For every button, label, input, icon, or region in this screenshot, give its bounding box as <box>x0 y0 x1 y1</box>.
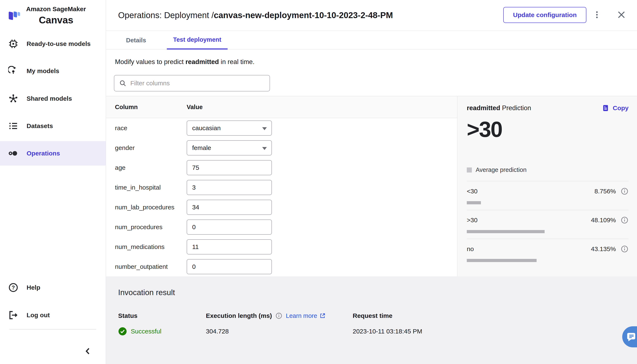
sidebar-item-label: Operations <box>27 150 60 157</box>
gender-select[interactable]: female <box>187 140 272 156</box>
sidebar-item-label: Ready-to-use models <box>27 40 91 48</box>
row-label: num_medications <box>115 237 164 257</box>
help-icon: ? <box>8 282 19 293</box>
copy-label: Copy <box>613 104 628 112</box>
collapse-sidebar-button[interactable] <box>81 344 95 358</box>
chevron-left-icon <box>83 346 93 356</box>
num-medications-input[interactable] <box>187 239 272 254</box>
learn-more-label: Learn more <box>286 312 317 319</box>
class-probability: 43.135% <box>591 246 616 252</box>
sidebar-divider <box>10 329 96 330</box>
row-label: num_procedures <box>115 217 162 237</box>
page-title: Operations: Deployment / canvas-new-depl… <box>118 0 393 30</box>
sidebar-item-label: Datasets <box>27 122 53 130</box>
filter-columns-input[interactable] <box>130 80 265 87</box>
kebab-menu-icon <box>593 10 601 19</box>
info-icon[interactable] <box>275 312 282 319</box>
race-select[interactable]: caucasian <box>187 120 272 136</box>
sidebar-item-my-models[interactable]: My models <box>0 64 106 78</box>
operations-circles-icon <box>8 148 19 158</box>
prediction-panel: readmitted Prediction Copy >30 Average p… <box>458 96 637 276</box>
sidebar-item-datasets[interactable]: Datasets <box>0 119 106 133</box>
probability-bar <box>467 230 545 233</box>
prediction-row: <30 8.756% <box>467 181 628 210</box>
copy-icon <box>602 104 609 112</box>
row-label: time_in_hospital <box>115 178 161 198</box>
number-outpatient-input[interactable] <box>187 259 272 274</box>
selected-value: female <box>192 144 211 152</box>
copy-button[interactable]: Copy <box>602 104 628 112</box>
row-label: num_lab_procedures <box>115 198 174 217</box>
info-icon[interactable] <box>620 216 628 224</box>
chevron-down-icon <box>262 127 267 130</box>
info-icon[interactable] <box>620 245 628 253</box>
average-prediction-legend: Average prediction <box>467 166 628 173</box>
execution-length-value: 304.728 <box>206 327 353 336</box>
prediction-probabilities: <30 8.756% >30 48.109% <box>467 181 628 268</box>
description-target-column: readmitted <box>185 58 219 66</box>
more-actions-button[interactable] <box>590 8 604 22</box>
search-icon <box>119 80 127 87</box>
brand-line1: Amazon SageMaker <box>26 6 86 13</box>
external-link-icon <box>319 312 326 319</box>
num-lab-procedures-input[interactable] <box>187 200 272 215</box>
legend-label: Average prediction <box>476 166 526 173</box>
column-header: Column <box>115 96 138 118</box>
invocation-result-section: Invocation result Status Execution lengt… <box>106 276 637 364</box>
execution-length-header: Execution length (ms) Learn more <box>206 312 353 319</box>
status-text: Successful <box>131 328 161 335</box>
learn-more-link[interactable]: Learn more <box>286 312 325 319</box>
sidebar-item-shared-models[interactable]: Shared models <box>0 92 106 105</box>
sagemaker-canvas-logo-icon <box>7 8 22 23</box>
probability-bar <box>467 259 537 262</box>
prediction-target-column: readmitted <box>467 104 500 112</box>
close-icon <box>616 10 626 20</box>
prediction-title-suffix: Prediction <box>500 104 531 112</box>
chevron-down-icon <box>262 147 267 150</box>
sidebar-item-logout[interactable]: Log out <box>0 308 106 322</box>
num-procedures-input[interactable] <box>187 220 272 235</box>
list-icon <box>8 121 19 131</box>
sidebar: Amazon SageMaker Canvas Ready-to-use mod… <box>0 0 106 364</box>
table-row: num_lab_procedures <box>106 198 457 217</box>
brand: Amazon SageMaker Canvas <box>7 6 86 26</box>
update-configuration-button[interactable]: Update configuration <box>503 7 586 23</box>
deployment-name: canvas-new-deployment-10-10-2023-2-48-PM <box>214 10 393 20</box>
sidebar-item-ready-to-use-models[interactable]: Ready-to-use models <box>0 37 106 50</box>
row-label: age <box>115 158 125 178</box>
input-table: race caucasian gender female age time_in… <box>106 118 457 276</box>
tab-test-deployment[interactable]: Test deployment <box>167 31 228 50</box>
class-probability: 8.756% <box>594 188 616 195</box>
prediction-row: >30 48.109% <box>467 210 628 239</box>
value-header: Value <box>187 96 203 118</box>
tab-bar: Details Test deployment <box>106 31 637 50</box>
probability-bar <box>467 201 481 204</box>
legend-swatch-icon <box>467 168 472 172</box>
brand-text: Amazon SageMaker Canvas <box>26 6 86 26</box>
chip-icon <box>8 38 19 49</box>
row-label: number_outpatient <box>115 257 168 276</box>
time-in-hospital-input[interactable] <box>187 180 272 195</box>
description-suffix: in real time. <box>219 58 255 66</box>
request-time-header: Request time <box>353 312 624 319</box>
age-input[interactable] <box>187 160 272 175</box>
prediction-title: readmitted Prediction <box>467 104 531 112</box>
sidebar-item-label: Help <box>27 284 40 291</box>
filter-columns-box <box>114 75 270 92</box>
table-row: num_procedures <box>106 217 457 237</box>
description-prefix: Modify values to predict <box>115 58 185 66</box>
svg-text:?: ? <box>12 284 15 290</box>
sidebar-item-label: My models <box>27 68 59 74</box>
class-label: <30 <box>467 188 478 195</box>
status-header: Status <box>118 312 206 319</box>
sidebar-item-operations[interactable]: Operations <box>0 141 106 166</box>
sidebar-item-help[interactable]: ? Help <box>0 281 106 294</box>
info-icon[interactable] <box>620 187 628 195</box>
tab-details[interactable]: Details <box>118 31 154 50</box>
close-button[interactable] <box>615 8 628 22</box>
logout-icon <box>8 310 19 320</box>
table-row: age <box>106 158 457 178</box>
predicted-value: >30 <box>467 117 628 142</box>
table-row: number_outpatient <box>106 257 457 276</box>
class-probability: 48.109% <box>591 216 616 224</box>
